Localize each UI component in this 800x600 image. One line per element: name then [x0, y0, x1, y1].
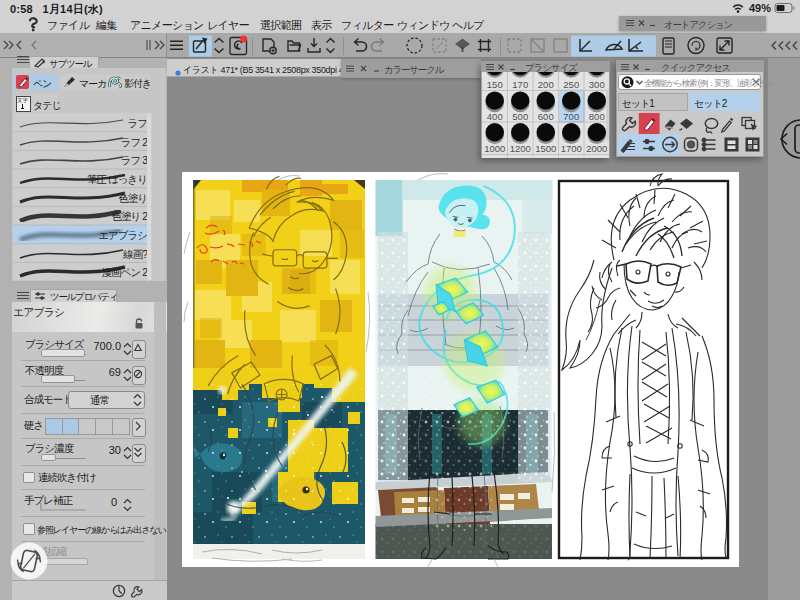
svg-text:600: 600: [537, 111, 553, 122]
svg-text:170: 170: [512, 79, 528, 90]
svg-text:文字: 文字: [17, 97, 29, 103]
svg-text:1000: 1000: [484, 143, 505, 154]
svg-text:2000: 2000: [586, 143, 607, 154]
svg-text:800: 800: [588, 111, 604, 122]
svg-text:1200: 1200: [509, 143, 530, 154]
svg-text:250: 250: [563, 79, 579, 90]
svg-text:200: 200: [537, 79, 553, 90]
svg-text:150: 150: [486, 79, 502, 90]
svg-text:1500: 1500: [535, 143, 556, 154]
svg-text:300: 300: [588, 79, 604, 90]
svg-text:400: 400: [486, 111, 502, 122]
svg-text:1700: 1700: [560, 143, 581, 154]
svg-text:500: 500: [512, 111, 528, 122]
svg-text:700: 700: [563, 111, 579, 122]
